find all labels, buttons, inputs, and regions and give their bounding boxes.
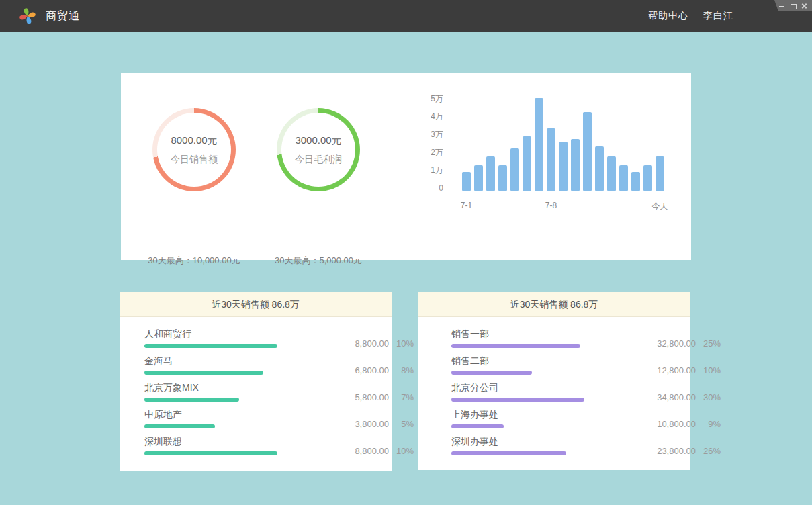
list-item: 销售一部 32,800.00 25% [451, 328, 665, 355]
list-item: 北京分公司 34,800.00 30% [451, 381, 665, 408]
rank-item-label: 销售一部 [451, 328, 653, 340]
rank-item-percent: 8% [395, 365, 414, 375]
department-ranking-list: 销售一部 32,800.00 25% 销售二部 12,800.00 10% 北京… [418, 317, 690, 462]
y-axis-tick: 5万 [410, 94, 443, 103]
chart-bar [631, 172, 640, 191]
rank-item-label: 深圳联想 [144, 435, 346, 447]
rank-item-bar [451, 398, 584, 402]
chart-bar [547, 128, 555, 191]
rank-item-value: 3,800.00 [346, 419, 389, 429]
maximize-icon[interactable] [790, 3, 797, 9]
y-axis-tick: 2万 [410, 148, 443, 157]
x-axis-tick: 今天 [652, 201, 668, 212]
today-profit-value: 3000.00元 [295, 134, 341, 147]
rank-item-bar [144, 451, 277, 455]
rank-item-bar [144, 344, 277, 348]
rank-item-value: 34,800.00 [653, 392, 696, 402]
chart-bar [486, 156, 495, 191]
y-axis-tick: 0 [410, 183, 443, 193]
list-item: 人和商贸行 8,800.00 10% [144, 328, 359, 355]
rank-item-bar-track [451, 344, 653, 348]
chart-bar [510, 148, 519, 191]
rank-item-label: 销售二部 [451, 355, 653, 367]
chart-bar [607, 156, 616, 191]
rank-item-bar-track [144, 371, 346, 375]
rank-item-value: 8,800.00 [346, 338, 389, 349]
x-axis-tick: 7-1 [461, 201, 472, 210]
list-item: 上海办事处 10,800.00 9% [451, 408, 665, 435]
x-axis-tick: 7-8 [545, 201, 557, 210]
help-center-link[interactable]: 帮助中心 [648, 10, 688, 22]
rank-item-bar [451, 371, 532, 375]
rank-item-value: 5,800.00 [346, 392, 389, 402]
rank-item-percent: 10% [395, 446, 414, 456]
daily-sales-chart: 近14天销售额 01万2万3万4万5万7-17-8今天 [121, 73, 691, 260]
rank-item-bar-track [451, 371, 653, 375]
rank-item-bar-track [451, 451, 653, 455]
department-ranking-title: 近30天销售额 86.8万 [418, 292, 690, 317]
titlebar: 商贸通 帮助中心 李白江 [0, 0, 812, 32]
rank-item-percent: 10% [702, 365, 721, 375]
rank-item-label: 上海办事处 [451, 408, 653, 420]
list-item: 销售二部 12,800.00 10% [451, 355, 665, 381]
rank-item-label: 北京分公司 [451, 381, 653, 394]
customer-ranking-title: 近30天销售额 86.8万 [120, 292, 392, 317]
rank-item-bar [144, 398, 239, 402]
customer-ranking-card: 近30天销售额 86.8万 人和商贸行 8,800.00 10% 金海马 6,8… [120, 292, 392, 471]
rank-item-value: 6,800.00 [346, 365, 389, 375]
rank-item-label: 深圳办事处 [451, 435, 653, 447]
rank-item-bar [451, 451, 566, 455]
rank-item-percent: 9% [702, 419, 721, 429]
app-logo-pinwheel-icon [17, 6, 38, 26]
rank-item-percent: 5% [395, 419, 414, 429]
chart-bar [462, 172, 471, 191]
list-item: 北京万象MIX 5,800.00 7% [144, 381, 359, 408]
chart-bar [498, 165, 507, 191]
overview-card: 8000.00元 今日销售额 30天最高：10,000.00元 3000.00元… [121, 73, 691, 260]
rank-item-bar-track [451, 398, 653, 402]
user-menu[interactable]: 李白江 [703, 10, 733, 22]
list-item: 中原地产 3,800.00 5% [144, 408, 359, 435]
rank-item-bar-track [144, 344, 346, 348]
app-title: 商贸通 [46, 0, 80, 32]
rank-item-value: 32,800.00 [653, 338, 696, 349]
rank-item-percent: 30% [702, 392, 721, 402]
y-axis-tick: 4万 [410, 111, 443, 121]
rank-item-bar [451, 344, 580, 348]
chart-bar [559, 142, 568, 191]
list-item: 深圳联想 8,800.00 10% [144, 435, 359, 462]
rank-item-label: 北京万象MIX [144, 381, 346, 394]
customer-ranking-list: 人和商贸行 8,800.00 10% 金海马 6,800.00 8% 北京万象M… [120, 317, 392, 462]
rank-item-value: 8,800.00 [346, 446, 389, 456]
chart-bar [619, 165, 628, 191]
rank-item-percent: 7% [395, 392, 414, 402]
minimize-icon[interactable] [778, 3, 785, 9]
chart-bar [523, 136, 531, 191]
rank-item-bar [144, 424, 215, 428]
chart-bar [656, 156, 664, 191]
rank-item-bar-track [144, 424, 346, 428]
chart-bar [595, 146, 604, 191]
rank-item-label: 中原地产 [144, 408, 346, 420]
close-icon[interactable] [801, 3, 808, 9]
today-sales-value: 8000.00元 [171, 134, 217, 147]
rank-item-bar-track [144, 451, 346, 455]
rank-item-bar-track [144, 398, 346, 402]
chart-bar [643, 165, 652, 191]
y-axis-tick: 1万 [410, 165, 443, 175]
chart-bar [571, 139, 580, 191]
rank-item-label: 金海马 [144, 355, 346, 367]
chart-bar [535, 98, 543, 191]
chart-bar [474, 165, 483, 191]
rank-item-value: 12,800.00 [653, 365, 696, 375]
list-item: 深圳办事处 23,800.00 26% [451, 435, 665, 462]
window-controls [774, 0, 812, 11]
daily-sales-bars [462, 89, 666, 191]
list-item: 金海马 6,800.00 8% [144, 355, 359, 381]
department-ranking-card: 近30天销售额 86.8万 销售一部 32,800.00 25% 销售二部 12… [418, 292, 690, 470]
rank-item-value: 10,800.00 [653, 419, 696, 429]
rank-item-label: 人和商贸行 [144, 328, 346, 340]
today-profit-label: 今日毛利润 [295, 154, 342, 166]
rank-item-value: 23,800.00 [653, 446, 696, 456]
rank-item-bar [144, 371, 263, 375]
